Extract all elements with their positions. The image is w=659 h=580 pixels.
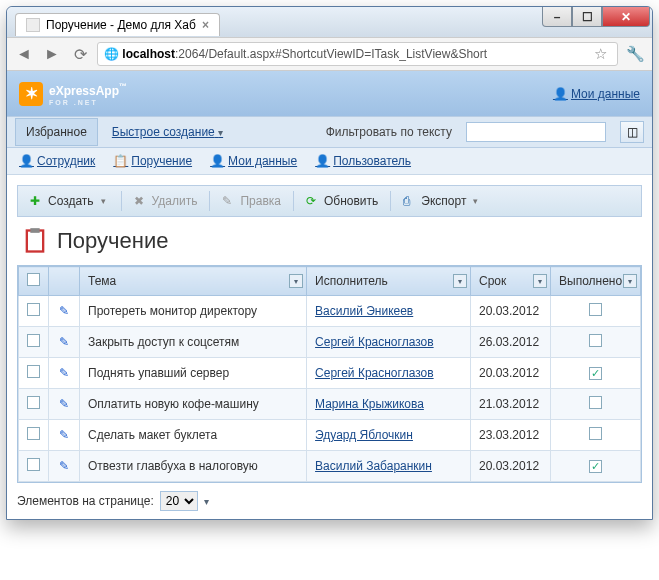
pager-label: Элементов на странице: [17,494,154,508]
nav-mydata[interactable]: 👤Мои данные [210,154,297,168]
cell-subject: Закрыть доступ к соцсетям [80,327,307,358]
url-field[interactable]: 🌐 localhost:2064/Default.aspx#ShortcutVi… [97,42,618,66]
row-checkbox[interactable] [27,334,40,347]
tab-quick-create[interactable]: Быстрое создание ▾ [112,125,223,139]
done-checkbox[interactable] [589,303,602,316]
person-icon: 👤 [315,154,329,168]
clear-filter-button[interactable]: ◫ [620,121,644,143]
cell-due: 23.03.2012 [471,420,551,451]
table-row[interactable]: ✎Протереть монитор директоруВасилий Эник… [19,296,641,327]
delete-button[interactable]: ✖Удалить [126,190,206,212]
my-data-link[interactable]: 👤 Мои данные [553,87,640,101]
filter-dropdown-icon[interactable]: ▾ [289,274,303,288]
nav-employee[interactable]: 👤Сотрудник [19,154,95,168]
reload-button[interactable]: ⟳ [69,43,91,65]
close-tab-icon[interactable]: × [202,18,209,32]
dropdown-icon[interactable]: ▾ [98,196,109,206]
refresh-button[interactable]: ⟳Обновить [298,190,386,212]
filter-dropdown-icon[interactable]: ▾ [533,274,547,288]
table-row[interactable]: ✎Сделать макет буклетаЭдуард Яблочкин23.… [19,420,641,451]
close-window-button[interactable]: ✕ [602,7,650,27]
edit-row-icon[interactable]: ✎ [57,366,71,380]
filter-dropdown-icon[interactable]: ▾ [453,274,467,288]
assignee-link[interactable]: Марина Крыжикова [315,397,424,411]
edit-row-icon[interactable]: ✎ [57,459,71,473]
done-checkbox[interactable] [589,427,602,440]
bookmark-star-icon[interactable]: ☆ [589,43,611,65]
filter-dropdown-icon[interactable]: ▾ [623,274,637,288]
edit-icon: ✎ [222,194,236,208]
assignee-link[interactable]: Сергей Красноглазов [315,366,434,380]
select-all-checkbox[interactable] [27,273,40,286]
tab-favorites[interactable]: Избранное [15,118,98,146]
url-path: :2064/Default.aspx#ShortcutViewID=ITask_… [175,47,487,61]
logo-gear-icon: ✶ [19,82,43,106]
edit-row-icon[interactable]: ✎ [57,304,71,318]
refresh-icon: ⟳ [306,194,320,208]
page-favicon [26,18,40,32]
user-icon: 👤 [553,87,567,101]
create-button[interactable]: ✚Создать▾ [22,190,117,212]
task-icon: 📋 [113,154,127,168]
window-titlebar: Поручение - Демо для Хаб × – ☐ ✕ [7,7,652,37]
edit-row-icon[interactable]: ✎ [57,428,71,442]
employee-icon: 👤 [19,154,33,168]
edit-button[interactable]: ✎Правка [214,190,289,212]
pager: Элементов на странице: 20 ▾ [17,491,642,511]
row-checkbox[interactable] [27,458,40,471]
table-row[interactable]: ✎Закрыть доступ к соцсетямСергей Красног… [19,327,641,358]
app-logo: ✶ eXpressApp™ FOR .NET [19,81,127,106]
table-row[interactable]: ✎Отвезти главбуха в налоговуюВасилий Заб… [19,451,641,482]
dropdown-icon: ▾ [218,127,223,138]
settings-wrench-icon[interactable]: 🔧 [624,43,646,65]
col-subject[interactable]: Тема▾ [80,267,307,296]
edit-row-icon[interactable]: ✎ [57,335,71,349]
cell-due: 21.03.2012 [471,389,551,420]
export-button[interactable]: ⎙Экспорт▾ [395,190,489,212]
filter-label: Фильтровать по тексту [326,125,452,139]
table-row[interactable]: ✎Оплатить новую кофе-машинуМарина Крыжик… [19,389,641,420]
mydata-icon: 👤 [210,154,224,168]
grid-header-row: Тема▾ Исполнитель▾ Срок▾ Выполнено▾ [19,267,641,296]
done-checkbox[interactable] [589,396,602,409]
done-checkbox[interactable] [589,334,602,347]
table-row[interactable]: ✎Поднять упавший серверСергей Красноглаз… [19,358,641,389]
assignee-link[interactable]: Василий Забаранкин [315,459,432,473]
page-title: Поручение [21,227,638,255]
cell-subject: Оплатить новую кофе-машину [80,389,307,420]
col-done[interactable]: Выполнено▾ [551,267,641,296]
back-button[interactable]: ◄ [13,43,35,65]
tab-title: Поручение - Демо для Хаб [46,18,196,32]
done-checkbox[interactable] [589,460,602,473]
sub-navigation: 👤Сотрудник 📋Поручение 👤Мои данные 👤Польз… [7,148,652,175]
nav-task[interactable]: 📋Поручение [113,154,192,168]
toolbar: ✚Создать▾ ✖Удалить ✎Правка ⟳Обновить ⎙Эк… [17,185,642,217]
done-checkbox[interactable] [589,367,602,380]
page-size-select[interactable]: 20 [160,491,198,511]
nav-user[interactable]: 👤Пользователь [315,154,411,168]
col-assignee[interactable]: Исполнитель▾ [307,267,471,296]
row-checkbox[interactable] [27,396,40,409]
col-due[interactable]: Срок▾ [471,267,551,296]
edit-row-icon[interactable]: ✎ [57,397,71,411]
browser-tab[interactable]: Поручение - Демо для Хаб × [15,13,220,36]
cell-subject: Поднять упавший сервер [80,358,307,389]
separator [121,191,122,211]
assignee-link[interactable]: Василий Эникеев [315,304,413,318]
assignee-link[interactable]: Сергей Красноглазов [315,335,434,349]
maximize-button[interactable]: ☐ [572,7,602,27]
cell-subject: Сделать макет буклета [80,420,307,451]
app-header: ✶ eXpressApp™ FOR .NET 👤 Мои данные [7,71,652,116]
row-checkbox[interactable] [27,365,40,378]
minimize-button[interactable]: – [542,7,572,27]
cell-due: 20.03.2012 [471,296,551,327]
row-checkbox[interactable] [27,303,40,316]
address-bar: ◄ ► ⟳ 🌐 localhost:2064/Default.aspx#Shor… [7,37,652,71]
assignee-link[interactable]: Эдуард Яблочкин [315,428,413,442]
row-checkbox[interactable] [27,427,40,440]
forward-button[interactable]: ► [41,43,63,65]
menubar: Избранное Быстрое создание ▾ Фильтровать… [7,116,652,148]
separator [293,191,294,211]
filter-input[interactable] [466,122,606,142]
dropdown-icon[interactable]: ▾ [470,196,481,206]
